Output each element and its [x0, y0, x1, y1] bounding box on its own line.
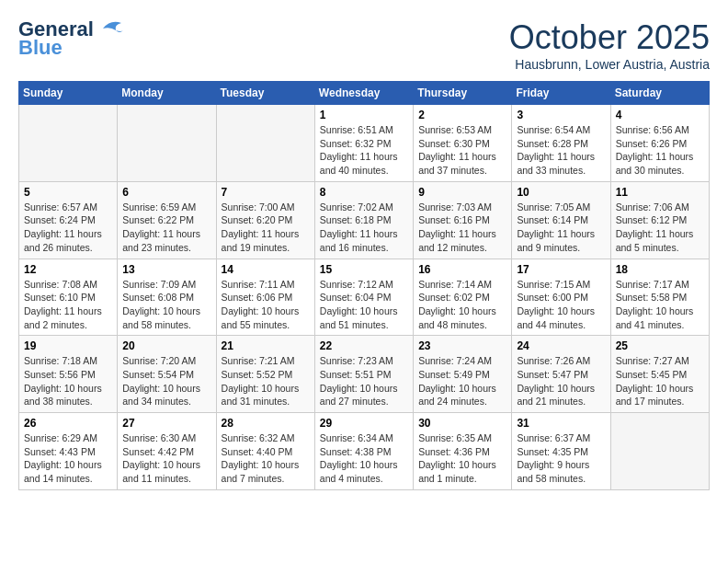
calendar-week-5: 26Sunrise: 6:29 AM Sunset: 4:43 PM Dayli… — [19, 413, 710, 490]
day-number: 11 — [616, 186, 704, 199]
weekday-header-wednesday: Wednesday — [314, 82, 413, 105]
day-number: 3 — [517, 109, 605, 121]
day-number: 17 — [517, 263, 605, 276]
day-number: 4 — [616, 109, 704, 121]
calendar-cell: 1Sunrise: 6:51 AM Sunset: 6:32 PM Daylig… — [314, 105, 413, 182]
calendar-cell: 12Sunrise: 7:08 AM Sunset: 6:10 PM Dayli… — [19, 259, 118, 336]
day-number: 29 — [320, 417, 408, 430]
day-info: Sunrise: 7:18 AM Sunset: 5:56 PM Dayligh… — [24, 354, 112, 408]
calendar-week-3: 12Sunrise: 7:08 AM Sunset: 6:10 PM Dayli… — [19, 259, 710, 336]
weekday-header-sunday: Sunday — [19, 82, 118, 105]
calendar-cell: 29Sunrise: 6:34 AM Sunset: 4:38 PM Dayli… — [314, 413, 413, 490]
day-info: Sunrise: 7:12 AM Sunset: 6:04 PM Dayligh… — [320, 278, 408, 332]
calendar-cell: 27Sunrise: 6:30 AM Sunset: 4:42 PM Dayli… — [118, 413, 216, 490]
logo-blue: Blue — [18, 37, 63, 59]
calendar-cell: 20Sunrise: 7:20 AM Sunset: 5:54 PM Dayli… — [118, 336, 216, 413]
day-info: Sunrise: 7:02 AM Sunset: 6:18 PM Dayligh… — [320, 201, 408, 255]
day-number: 13 — [122, 263, 210, 276]
calendar-cell: 9Sunrise: 7:03 AM Sunset: 6:16 PM Daylig… — [414, 181, 512, 259]
page-header: General Blue October 2025 Hausbrunn, Low… — [18, 18, 710, 72]
day-info: Sunrise: 6:30 AM Sunset: 4:42 PM Dayligh… — [122, 431, 210, 486]
day-number: 12 — [24, 263, 112, 276]
location: Hausbrunn, Lower Austria, Austria — [509, 57, 710, 72]
calendar-cell — [19, 105, 118, 182]
calendar-cell: 17Sunrise: 7:15 AM Sunset: 6:00 PM Dayli… — [512, 259, 610, 336]
calendar-cell: 8Sunrise: 7:02 AM Sunset: 6:18 PM Daylig… — [314, 181, 413, 259]
calendar-cell: 3Sunrise: 6:54 AM Sunset: 6:28 PM Daylig… — [512, 105, 610, 182]
day-info: Sunrise: 6:51 AM Sunset: 6:32 PM Dayligh… — [320, 123, 408, 178]
calendar-week-4: 19Sunrise: 7:18 AM Sunset: 5:56 PM Dayli… — [19, 336, 710, 413]
day-info: Sunrise: 7:00 AM Sunset: 6:20 PM Dayligh… — [222, 201, 310, 255]
day-info: Sunrise: 7:05 AM Sunset: 6:14 PM Dayligh… — [517, 201, 605, 255]
calendar-cell: 10Sunrise: 7:05 AM Sunset: 6:14 PM Dayli… — [512, 181, 610, 259]
calendar-cell: 13Sunrise: 7:09 AM Sunset: 6:08 PM Dayli… — [118, 259, 216, 336]
day-info: Sunrise: 6:59 AM Sunset: 6:22 PM Dayligh… — [122, 201, 210, 255]
day-info: Sunrise: 6:53 AM Sunset: 6:30 PM Dayligh… — [418, 123, 506, 178]
day-number: 23 — [418, 339, 506, 352]
weekday-header-row: SundayMondayTuesdayWednesdayThursdayFrid… — [19, 82, 710, 105]
day-info: Sunrise: 7:27 AM Sunset: 5:45 PM Dayligh… — [616, 354, 704, 408]
calendar-cell: 23Sunrise: 7:24 AM Sunset: 5:49 PM Dayli… — [414, 336, 512, 413]
calendar-week-2: 5Sunrise: 6:57 AM Sunset: 6:24 PM Daylig… — [19, 181, 710, 259]
day-info: Sunrise: 7:26 AM Sunset: 5:47 PM Dayligh… — [517, 354, 605, 408]
day-number: 8 — [320, 186, 408, 199]
day-number: 24 — [517, 339, 605, 352]
day-number: 22 — [320, 339, 408, 352]
calendar-cell: 24Sunrise: 7:26 AM Sunset: 5:47 PM Dayli… — [512, 336, 610, 413]
month-title: October 2025 — [509, 18, 710, 57]
day-number: 26 — [24, 417, 112, 430]
day-info: Sunrise: 7:20 AM Sunset: 5:54 PM Dayligh… — [122, 354, 210, 408]
calendar-cell — [216, 105, 314, 182]
calendar-cell: 28Sunrise: 6:32 AM Sunset: 4:40 PM Dayli… — [216, 413, 314, 490]
weekday-header-friday: Friday — [512, 82, 610, 105]
day-number: 9 — [418, 186, 506, 199]
day-number: 10 — [517, 186, 605, 199]
calendar-cell — [610, 413, 709, 490]
day-info: Sunrise: 7:11 AM Sunset: 6:06 PM Dayligh… — [222, 278, 310, 332]
day-info: Sunrise: 6:56 AM Sunset: 6:26 PM Dayligh… — [616, 123, 704, 178]
calendar-cell: 2Sunrise: 6:53 AM Sunset: 6:30 PM Daylig… — [414, 105, 512, 182]
calendar-cell: 31Sunrise: 6:37 AM Sunset: 4:35 PM Dayli… — [512, 413, 610, 490]
day-number: 27 — [122, 417, 210, 430]
calendar-cell: 19Sunrise: 7:18 AM Sunset: 5:56 PM Dayli… — [19, 336, 118, 413]
calendar-cell: 5Sunrise: 6:57 AM Sunset: 6:24 PM Daylig… — [19, 181, 118, 259]
calendar-cell — [118, 105, 216, 182]
day-info: Sunrise: 7:17 AM Sunset: 5:58 PM Dayligh… — [616, 278, 704, 332]
day-info: Sunrise: 7:06 AM Sunset: 6:12 PM Dayligh… — [616, 201, 704, 255]
day-number: 2 — [418, 109, 506, 121]
day-number: 21 — [222, 339, 310, 352]
weekday-header-saturday: Saturday — [610, 82, 709, 105]
calendar-cell: 6Sunrise: 6:59 AM Sunset: 6:22 PM Daylig… — [118, 181, 216, 259]
calendar-cell: 30Sunrise: 6:35 AM Sunset: 4:36 PM Dayli… — [414, 413, 512, 490]
logo-bird-icon — [96, 17, 125, 38]
calendar-cell: 14Sunrise: 7:11 AM Sunset: 6:06 PM Dayli… — [216, 259, 314, 336]
day-number: 25 — [616, 339, 704, 352]
calendar-cell: 25Sunrise: 7:27 AM Sunset: 5:45 PM Dayli… — [610, 336, 709, 413]
day-info: Sunrise: 6:54 AM Sunset: 6:28 PM Dayligh… — [517, 123, 605, 178]
day-number: 7 — [222, 186, 310, 199]
calendar-cell: 22Sunrise: 7:23 AM Sunset: 5:51 PM Dayli… — [314, 336, 413, 413]
calendar-cell: 16Sunrise: 7:14 AM Sunset: 6:02 PM Dayli… — [414, 259, 512, 336]
day-info: Sunrise: 7:14 AM Sunset: 6:02 PM Dayligh… — [418, 278, 506, 332]
day-info: Sunrise: 6:34 AM Sunset: 4:38 PM Dayligh… — [320, 431, 408, 486]
day-info: Sunrise: 7:15 AM Sunset: 6:00 PM Dayligh… — [517, 278, 605, 332]
day-info: Sunrise: 7:24 AM Sunset: 5:49 PM Dayligh… — [418, 354, 506, 408]
calendar-week-1: 1Sunrise: 6:51 AM Sunset: 6:32 PM Daylig… — [19, 105, 710, 182]
day-number: 14 — [222, 263, 310, 276]
day-info: Sunrise: 7:23 AM Sunset: 5:51 PM Dayligh… — [320, 354, 408, 408]
day-number: 5 — [24, 186, 112, 199]
weekday-header-thursday: Thursday — [414, 82, 512, 105]
day-number: 30 — [418, 417, 506, 430]
logo: General Blue — [18, 18, 125, 59]
title-block: October 2025 Hausbrunn, Lower Austria, A… — [509, 18, 710, 72]
weekday-header-tuesday: Tuesday — [216, 82, 314, 105]
day-info: Sunrise: 6:32 AM Sunset: 4:40 PM Dayligh… — [222, 431, 310, 486]
calendar-cell: 7Sunrise: 7:00 AM Sunset: 6:20 PM Daylig… — [216, 181, 314, 259]
day-number: 20 — [122, 339, 210, 352]
day-number: 18 — [616, 263, 704, 276]
day-info: Sunrise: 7:21 AM Sunset: 5:52 PM Dayligh… — [222, 354, 310, 408]
day-info: Sunrise: 7:09 AM Sunset: 6:08 PM Dayligh… — [122, 278, 210, 332]
day-info: Sunrise: 7:08 AM Sunset: 6:10 PM Dayligh… — [24, 278, 112, 332]
day-number: 28 — [222, 417, 310, 430]
day-info: Sunrise: 6:35 AM Sunset: 4:36 PM Dayligh… — [418, 431, 506, 486]
